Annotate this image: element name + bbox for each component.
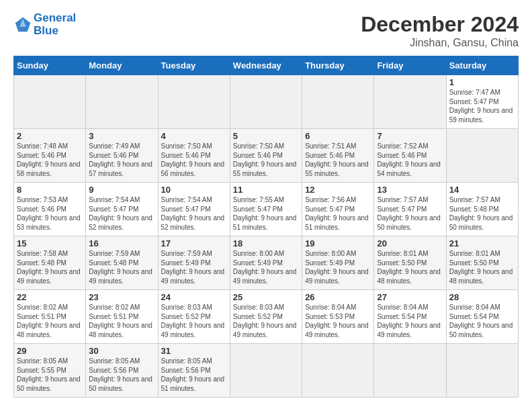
day-number: 14 bbox=[449, 185, 515, 195]
day-info: Sunrise: 8:01 AM Sunset: 5:50 PM Dayligh… bbox=[377, 249, 443, 285]
calendar-body: 1Sunrise: 7:47 AM Sunset: 5:47 PM Daylig… bbox=[14, 75, 519, 398]
logo-icon bbox=[13, 15, 32, 34]
day-info: Sunrise: 8:05 AM Sunset: 5:56 PM Dayligh… bbox=[89, 357, 154, 393]
day-number: 8 bbox=[17, 185, 83, 195]
calendar-cell: 11Sunrise: 7:55 AM Sunset: 5:47 PM Dayli… bbox=[230, 183, 302, 236]
day-number: 6 bbox=[305, 131, 371, 141]
page-container: General Blue December 2024 Jinshan, Gans… bbox=[0, 0, 532, 411]
calendar-cell: 23Sunrise: 8:02 AM Sunset: 5:51 PM Dayli… bbox=[86, 290, 158, 344]
day-number: 25 bbox=[233, 292, 299, 302]
location: Jinshan, Gansu, China bbox=[361, 37, 519, 49]
header-row: Sunday Monday Tuesday Wednesday Thursday… bbox=[14, 56, 519, 75]
day-number: 5 bbox=[233, 131, 299, 141]
day-info: Sunrise: 8:05 AM Sunset: 5:55 PM Dayligh… bbox=[17, 357, 83, 393]
day-info: Sunrise: 7:57 AM Sunset: 5:48 PM Dayligh… bbox=[449, 195, 515, 232]
day-number: 16 bbox=[89, 238, 154, 248]
calendar-cell bbox=[86, 75, 158, 129]
calendar-cell: 13Sunrise: 7:57 AM Sunset: 5:47 PM Dayli… bbox=[374, 183, 446, 236]
day-number: 22 bbox=[17, 292, 83, 302]
calendar-cell: 19Sunrise: 8:00 AM Sunset: 5:49 PM Dayli… bbox=[302, 236, 374, 290]
calendar-week-5: 29Sunrise: 8:05 AM Sunset: 5:55 PM Dayli… bbox=[14, 344, 519, 398]
calendar-header: Sunday Monday Tuesday Wednesday Thursday… bbox=[14, 56, 519, 75]
calendar-cell: 25Sunrise: 8:03 AM Sunset: 5:52 PM Dayli… bbox=[230, 290, 302, 344]
day-number: 21 bbox=[449, 238, 515, 248]
calendar-cell bbox=[374, 344, 446, 398]
calendar-cell: 22Sunrise: 8:02 AM Sunset: 5:51 PM Dayli… bbox=[14, 290, 86, 344]
day-number: 17 bbox=[161, 238, 227, 248]
day-number: 12 bbox=[305, 185, 371, 195]
day-number: 18 bbox=[233, 238, 299, 248]
col-sunday: Sunday bbox=[14, 56, 86, 75]
day-info: Sunrise: 8:04 AM Sunset: 5:54 PM Dayligh… bbox=[377, 303, 443, 339]
calendar-cell: 4Sunrise: 7:50 AM Sunset: 5:46 PM Daylig… bbox=[158, 129, 230, 183]
day-number: 27 bbox=[377, 292, 443, 302]
calendar-cell: 10Sunrise: 7:54 AM Sunset: 5:47 PM Dayli… bbox=[158, 183, 230, 236]
day-info: Sunrise: 8:02 AM Sunset: 5:51 PM Dayligh… bbox=[17, 303, 83, 339]
calendar-cell bbox=[230, 344, 302, 398]
title-block: December 2024 Jinshan, Gansu, China bbox=[361, 12, 519, 49]
day-info: Sunrise: 7:55 AM Sunset: 5:47 PM Dayligh… bbox=[233, 195, 299, 232]
day-info: Sunrise: 7:53 AM Sunset: 5:46 PM Dayligh… bbox=[17, 195, 83, 232]
logo: General Blue bbox=[13, 12, 76, 37]
day-info: Sunrise: 7:51 AM Sunset: 5:46 PM Dayligh… bbox=[305, 142, 371, 178]
day-number: 31 bbox=[161, 346, 227, 356]
day-info: Sunrise: 7:56 AM Sunset: 5:47 PM Dayligh… bbox=[305, 195, 371, 232]
day-info: Sunrise: 7:50 AM Sunset: 5:46 PM Dayligh… bbox=[161, 142, 227, 178]
day-info: Sunrise: 8:00 AM Sunset: 5:49 PM Dayligh… bbox=[233, 249, 299, 285]
calendar-table: Sunday Monday Tuesday Wednesday Thursday… bbox=[13, 56, 519, 398]
day-info: Sunrise: 7:48 AM Sunset: 5:46 PM Dayligh… bbox=[17, 142, 83, 178]
calendar-cell bbox=[14, 75, 86, 129]
day-info: Sunrise: 7:54 AM Sunset: 5:47 PM Dayligh… bbox=[161, 195, 227, 232]
day-number: 4 bbox=[161, 131, 227, 141]
col-saturday: Saturday bbox=[446, 56, 518, 75]
col-wednesday: Wednesday bbox=[230, 56, 302, 75]
calendar-cell: 14Sunrise: 7:57 AM Sunset: 5:48 PM Dayli… bbox=[446, 183, 518, 236]
calendar-cell: 18Sunrise: 8:00 AM Sunset: 5:49 PM Dayli… bbox=[230, 236, 302, 290]
day-number: 2 bbox=[17, 131, 83, 141]
day-info: Sunrise: 7:59 AM Sunset: 5:48 PM Dayligh… bbox=[89, 249, 154, 285]
day-number: 30 bbox=[89, 346, 154, 356]
day-info: Sunrise: 8:04 AM Sunset: 5:54 PM Dayligh… bbox=[449, 303, 515, 339]
day-info: Sunrise: 7:49 AM Sunset: 5:46 PM Dayligh… bbox=[89, 142, 154, 178]
calendar-cell: 20Sunrise: 8:01 AM Sunset: 5:50 PM Dayli… bbox=[374, 236, 446, 290]
calendar-cell: 3Sunrise: 7:49 AM Sunset: 5:46 PM Daylig… bbox=[86, 129, 158, 183]
calendar-cell bbox=[230, 75, 302, 129]
day-number: 26 bbox=[305, 292, 371, 302]
col-monday: Monday bbox=[86, 56, 158, 75]
day-number: 7 bbox=[377, 131, 443, 141]
calendar-cell: 17Sunrise: 7:59 AM Sunset: 5:49 PM Dayli… bbox=[158, 236, 230, 290]
day-number: 24 bbox=[161, 292, 227, 302]
calendar-week-4: 22Sunrise: 8:02 AM Sunset: 5:51 PM Dayli… bbox=[14, 290, 519, 344]
day-number: 1 bbox=[449, 77, 515, 87]
day-info: Sunrise: 7:50 AM Sunset: 5:46 PM Dayligh… bbox=[233, 142, 299, 178]
calendar-cell bbox=[446, 129, 518, 183]
calendar-cell: 16Sunrise: 7:59 AM Sunset: 5:48 PM Dayli… bbox=[86, 236, 158, 290]
day-number: 9 bbox=[89, 185, 154, 195]
calendar-week-1: 2Sunrise: 7:48 AM Sunset: 5:46 PM Daylig… bbox=[14, 129, 519, 183]
day-info: Sunrise: 7:52 AM Sunset: 5:46 PM Dayligh… bbox=[377, 142, 443, 178]
calendar-cell bbox=[302, 344, 374, 398]
calendar-week-0: 1Sunrise: 7:47 AM Sunset: 5:47 PM Daylig… bbox=[14, 75, 519, 129]
calendar-cell bbox=[446, 344, 518, 398]
calendar-cell: 15Sunrise: 7:58 AM Sunset: 5:48 PM Dayli… bbox=[14, 236, 86, 290]
day-info: Sunrise: 7:47 AM Sunset: 5:47 PM Dayligh… bbox=[449, 88, 515, 124]
month-title: December 2024 bbox=[361, 12, 519, 37]
day-number: 13 bbox=[377, 185, 443, 195]
day-number: 29 bbox=[17, 346, 83, 356]
day-info: Sunrise: 7:58 AM Sunset: 5:48 PM Dayligh… bbox=[17, 249, 83, 285]
day-info: Sunrise: 8:00 AM Sunset: 5:49 PM Dayligh… bbox=[305, 249, 371, 285]
calendar-cell: 1Sunrise: 7:47 AM Sunset: 5:47 PM Daylig… bbox=[446, 75, 518, 129]
calendar-cell: 2Sunrise: 7:48 AM Sunset: 5:46 PM Daylig… bbox=[14, 129, 86, 183]
day-number: 10 bbox=[161, 185, 227, 195]
day-info: Sunrise: 8:02 AM Sunset: 5:51 PM Dayligh… bbox=[89, 303, 154, 339]
header: General Blue December 2024 Jinshan, Gans… bbox=[13, 12, 519, 49]
col-friday: Friday bbox=[374, 56, 446, 75]
day-info: Sunrise: 8:04 AM Sunset: 5:53 PM Dayligh… bbox=[305, 303, 371, 339]
day-info: Sunrise: 8:03 AM Sunset: 5:52 PM Dayligh… bbox=[233, 303, 299, 339]
day-number: 19 bbox=[305, 238, 371, 248]
calendar-cell bbox=[158, 75, 230, 129]
logo-text: General Blue bbox=[34, 12, 76, 37]
col-tuesday: Tuesday bbox=[158, 56, 230, 75]
calendar-cell: 29Sunrise: 8:05 AM Sunset: 5:55 PM Dayli… bbox=[14, 344, 86, 398]
calendar-cell: 21Sunrise: 8:01 AM Sunset: 5:50 PM Dayli… bbox=[446, 236, 518, 290]
